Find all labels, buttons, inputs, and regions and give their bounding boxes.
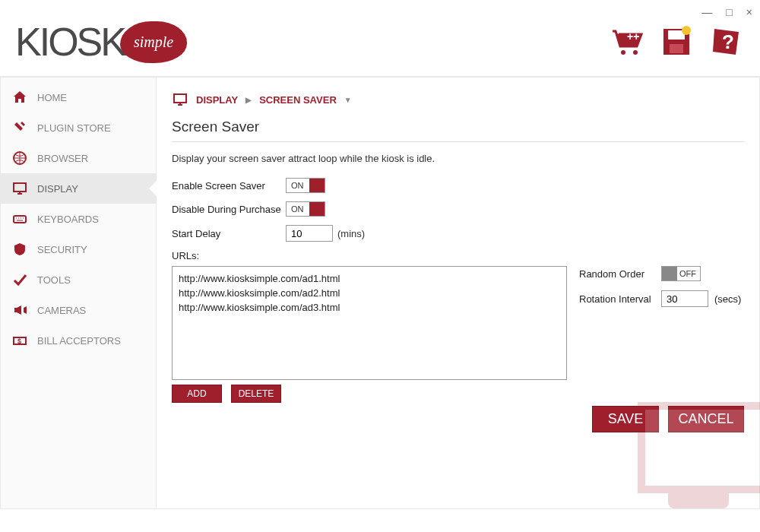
add-button[interactable]: ADD [172, 385, 222, 403]
shield-icon [11, 241, 28, 258]
window-minimize-button[interactable]: — [701, 6, 712, 18]
svg-point-0 [621, 50, 625, 55]
sidebar-item-label: BROWSER [37, 153, 88, 164]
window-close-button[interactable]: × [746, 6, 752, 18]
url-item[interactable]: http://www.kiosksimple.com/ad1.html [179, 271, 560, 286]
sidebar-item-label: CAMERAS [37, 305, 86, 316]
enable-screensaver-label: Enable Screen Saver [172, 180, 286, 192]
sidebar-item-label: HOME [37, 92, 67, 103]
sidebar-item-display[interactable]: DISPLAY [1, 173, 156, 204]
decorative-monitor-graphic [607, 387, 759, 508]
logo-text: KIOSK [15, 19, 125, 65]
sidebar-item-tools[interactable]: TOOLS [1, 264, 156, 295]
disable-during-purchase-label: Disable During Purchase [172, 204, 286, 215]
sidebar-item-plugin-store[interactable]: PLUGIN STORE [1, 112, 156, 143]
enable-screensaver-toggle[interactable]: ON [286, 178, 325, 193]
sidebar-item-label: SECURITY [37, 244, 87, 255]
breadcrumb-display[interactable]: DISPLAY [196, 94, 238, 106]
check-icon [11, 271, 28, 288]
svg-rect-14 [174, 94, 186, 103]
sidebar-item-label: DISPLAY [37, 183, 78, 195]
svg-text:$: $ [17, 337, 21, 345]
save-button[interactable]: SAVE [592, 406, 659, 432]
svg-point-6 [682, 26, 691, 35]
urls-label: URLs: [172, 250, 752, 261]
globe-icon [11, 150, 28, 166]
svg-text:++: ++ [627, 30, 639, 43]
delete-button[interactable]: DELETE [231, 385, 281, 403]
chevron-down-icon[interactable]: ▼ [344, 96, 352, 104]
url-listbox[interactable]: http://www.kiosksimple.com/ad1.html http… [172, 266, 567, 380]
rotation-interval-input[interactable] [661, 290, 708, 307]
url-item[interactable]: http://www.kiosksimple.com/ad2.html [179, 286, 560, 300]
svg-rect-5 [670, 44, 683, 53]
help-icon[interactable]: ? [707, 25, 745, 59]
sidebar-item-label: TOOLS [37, 274, 71, 286]
monitor-icon [11, 180, 28, 197]
window-maximize-button[interactable]: □ [726, 6, 732, 18]
sidebar-item-keyboards[interactable]: KEYBOARDS [1, 204, 156, 234]
random-order-label: Random Order [579, 268, 655, 280]
rotation-interval-label: Rotation Interval [579, 293, 655, 305]
sidebar-item-label: PLUGIN STORE [37, 122, 111, 134]
sidebar-item-security[interactable]: SECURITY [1, 234, 156, 264]
camera-icon [11, 302, 28, 318]
svg-rect-11 [14, 216, 26, 223]
chevron-right-icon: ▶ [245, 96, 252, 104]
monitor-icon [172, 91, 188, 108]
breadcrumb: DISPLAY ▶ SCREEN SAVER ▼ [172, 88, 752, 119]
svg-rect-10 [14, 183, 26, 192]
sidebar-item-home[interactable]: HOME [1, 82, 156, 112]
breadcrumb-screen-saver[interactable]: SCREEN SAVER [259, 94, 337, 106]
sidebar-item-label: KEYBOARDS [37, 214, 99, 225]
start-delay-label: Start Delay [172, 228, 286, 239]
logo-bubble: simple [120, 21, 187, 63]
url-item[interactable]: http://www.kiosksimple.com/ad3.html [179, 300, 560, 315]
sidebar-item-bill-acceptors[interactable]: $ BILL ACCEPTORS [1, 325, 156, 356]
page-title: Screen Saver [172, 119, 744, 142]
keyboard-icon [11, 211, 28, 227]
svg-text:?: ? [722, 30, 734, 53]
start-delay-unit: (mins) [337, 228, 365, 239]
rotation-interval-unit: (secs) [714, 293, 741, 305]
cancel-button[interactable]: CANCEL [668, 406, 744, 432]
sidebar-item-label: BILL ACCEPTORS [37, 335, 121, 347]
cart-plus-icon[interactable]: ++ [608, 25, 646, 59]
random-order-toggle[interactable]: OFF [661, 266, 701, 281]
plug-icon [11, 119, 28, 136]
disable-during-purchase-toggle[interactable]: ON [286, 201, 325, 217]
start-delay-input[interactable] [286, 225, 333, 242]
svg-point-1 [633, 50, 638, 55]
page-description: Display your screen saver attract loop w… [172, 142, 752, 178]
sidebar-item-browser[interactable]: BROWSER [1, 143, 156, 173]
sidebar: HOME PLUGIN STORE BROWSER DISPLAY KEYBOA… [0, 78, 157, 509]
home-icon [11, 89, 28, 106]
app-logo: KIOSK simple [15, 19, 187, 65]
save-disk-icon[interactable] [657, 25, 695, 59]
sidebar-item-cameras[interactable]: CAMERAS [1, 295, 156, 325]
bill-icon: $ [11, 332, 28, 349]
